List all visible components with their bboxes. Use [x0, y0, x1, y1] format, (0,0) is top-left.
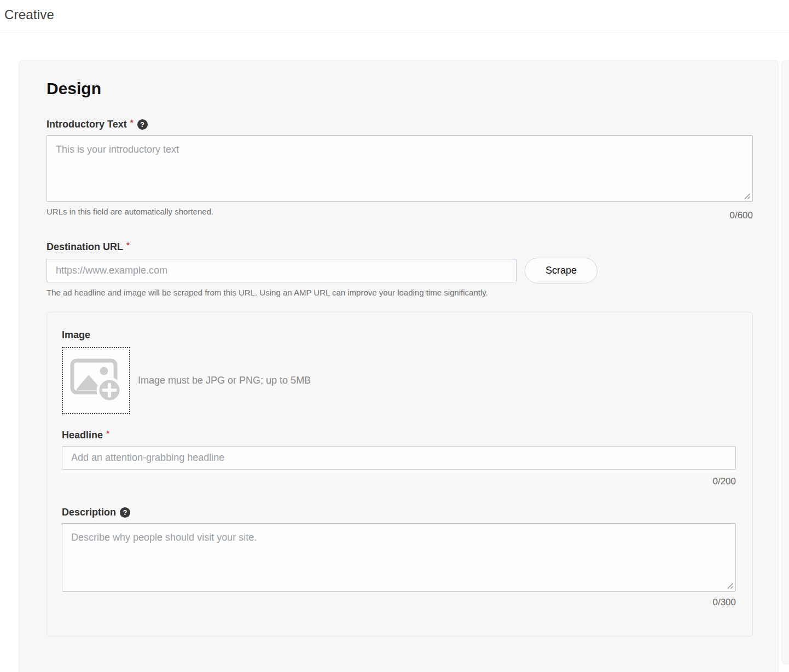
- intro-text-counter: 0/600: [729, 210, 753, 221]
- headline-group: Headline * 0/200: [62, 430, 736, 487]
- image-group: Image Image must be JPG or PNG; up to: [62, 329, 736, 414]
- description-textarea[interactable]: [62, 523, 736, 592]
- description-wrap: [62, 523, 736, 592]
- help-icon[interactable]: ?: [120, 507, 130, 518]
- image-helper: Image must be JPG or PNG; up to 5MB: [138, 375, 311, 386]
- image-label-row: Image: [62, 329, 736, 341]
- design-heading: Design: [47, 79, 753, 98]
- intro-text-group: Introductory Text * ? URLs in this field…: [47, 119, 753, 221]
- description-group: Description ? 0/300: [62, 507, 736, 608]
- headline-counter: 0/200: [62, 476, 736, 487]
- destination-url-label: Destination URL: [47, 241, 123, 253]
- image-upload-dropzone[interactable]: [62, 347, 130, 414]
- creative-details-panel: Image Image must be JPG or PNG; up to: [47, 312, 753, 636]
- design-card: Design Introductory Text * ? URLs in thi…: [19, 60, 779, 672]
- description-counter: 0/300: [62, 597, 736, 608]
- destination-url-group: Destination URL * Scrape The ad headline…: [47, 241, 753, 297]
- help-icon[interactable]: ?: [137, 119, 148, 130]
- description-label: Description: [62, 507, 116, 518]
- page-title: Creative: [0, 0, 789, 22]
- add-image-icon: [70, 358, 123, 403]
- destination-url-label-row: Destination URL *: [47, 241, 753, 253]
- intro-text-wrap: [47, 135, 753, 202]
- image-label: Image: [62, 329, 90, 341]
- scrape-button[interactable]: Scrape: [525, 258, 597, 283]
- destination-url-helper: The ad headline and image will be scrape…: [47, 288, 753, 297]
- intro-text-meta-row: URLs in this field are automatically sho…: [47, 207, 753, 221]
- adjacent-card-sliver: [781, 60, 789, 664]
- intro-text-label: Introductory Text: [47, 119, 127, 130]
- intro-text-textarea[interactable]: [47, 135, 753, 202]
- required-asterisk: *: [126, 240, 130, 250]
- headline-input[interactable]: [62, 446, 736, 470]
- resize-handle-icon[interactable]: [726, 582, 734, 589]
- intro-text-label-row: Introductory Text * ?: [47, 119, 753, 130]
- image-row: Image must be JPG or PNG; up to 5MB: [62, 347, 736, 414]
- top-bar: Creative: [0, 0, 789, 31]
- required-asterisk: *: [130, 118, 134, 127]
- destination-url-row: Scrape: [47, 258, 753, 283]
- required-asterisk: *: [106, 428, 109, 438]
- headline-label: Headline: [62, 430, 103, 441]
- headline-label-row: Headline *: [62, 430, 736, 441]
- description-label-row: Description ?: [62, 507, 736, 518]
- intro-text-helper: URLs in this field are automatically sho…: [47, 207, 213, 216]
- destination-url-input[interactable]: [47, 259, 517, 282]
- resize-handle-icon[interactable]: [743, 192, 751, 200]
